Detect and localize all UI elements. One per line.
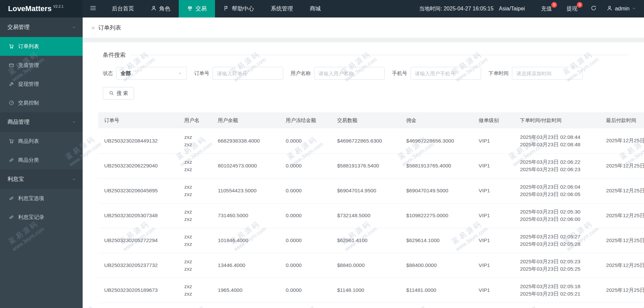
username-input[interactable] [314, 67, 385, 80]
cell-order-no: UB2503230208449132 [98, 128, 178, 153]
cell-commission: $11481.0000 [400, 278, 473, 303]
cell-frozen: 0.0000 [280, 128, 331, 153]
search-group-order-no: 订单号 [194, 67, 283, 80]
brand-version: V2.2.1 [53, 4, 63, 8]
refresh-icon [591, 5, 597, 12]
navbar-right: 当地时间: 2025-04-27 16:05:15 Asia/Taipei 充值… [419, 0, 644, 17]
cell-frozen: 0.0000 [280, 278, 331, 303]
sidebar-item-label: 订单列表 [18, 43, 39, 50]
cell-username: zxzzxz [178, 203, 212, 228]
nav-item-help-center[interactable]: 帮助中心 [215, 0, 262, 17]
sidebar-section-trade-management[interactable]: 交易管理 [0, 17, 83, 37]
order-no-input[interactable] [213, 67, 283, 80]
cell-amount: $4696722865.6300 [331, 128, 400, 153]
table-row: UB2503230208449132zxzzxz6682938338.40000… [98, 128, 644, 153]
sidebar-item-interest-options[interactable]: 利息宝选项 [0, 189, 83, 208]
cell-level: VIP1 [473, 178, 514, 203]
nav-item-home[interactable]: 后台首页 [103, 0, 142, 17]
link-icon [9, 196, 14, 201]
sidebar-item-product-list[interactable]: 商品列表 [0, 132, 83, 151]
user-menu[interactable]: admin [603, 5, 644, 12]
nav-item-system[interactable]: 系统管理 [262, 0, 301, 17]
cart-icon [9, 44, 14, 49]
nav-item-label: 交易 [196, 5, 207, 12]
sidebar-section-product-management[interactable]: 商品管理 [0, 112, 83, 132]
withdraw-badge: 0 [577, 2, 583, 8]
status-select[interactable]: 全部 [116, 67, 187, 80]
sidebar-toggle-button[interactable] [83, 0, 103, 17]
chevron-down-icon [72, 25, 76, 29]
sidebar-item-interest-records[interactable]: 利息宝记录 [0, 208, 83, 227]
cell-username: zxzzxz [178, 278, 212, 303]
gauge-icon [9, 100, 14, 106]
nav-item-label: 角色 [159, 5, 170, 12]
recharge-button[interactable]: 充值 0 [533, 5, 559, 12]
cell-amount: $1148.1000 [331, 278, 400, 303]
search-group-order-time: 下单时间 [488, 67, 583, 80]
cell-times: 2025年03月23日 02:05:302025年03月23日 02:06:00 [514, 203, 600, 228]
table-row: UB2503230206229040zxzzxz801024573.00000.… [98, 153, 644, 178]
cell-frozen: 0.0000 [280, 203, 331, 228]
cell-last-pay-time: 2025年12月25日 20:45:23 [600, 253, 644, 278]
cell-balance: 801024573.0000 [212, 153, 280, 178]
search-button[interactable]: 搜 索 [103, 87, 134, 100]
cell-level: VIP1 [473, 228, 514, 253]
cell-username: zxzzxz [178, 153, 212, 178]
sidebar: 交易管理订单列表充值管理提现管理交易控制商品管理商品列表商品分类利息宝利息宝选项… [0, 17, 83, 308]
cell-commission: $629614.1000 [400, 228, 473, 253]
navbar-menu: 后台首页角色交易帮助中心系统管理商城 [103, 0, 329, 17]
brand-name: LoveMatters [8, 4, 52, 13]
nav-item-roles[interactable]: 角色 [142, 0, 179, 17]
order-time-input[interactable] [512, 67, 583, 80]
orders-table-wrap: 订单号用户名用户余额用户冻结金额交易数额佣金做单级别下单时间/付款时间最后付款时… [98, 112, 644, 303]
sidebar-item-withdraw-management[interactable]: 提现管理 [0, 75, 83, 93]
sidebar-item-order-list[interactable]: 订单列表 [0, 37, 83, 56]
chevron-down-icon [72, 177, 76, 181]
sidebar-section-interest-treasure[interactable]: 利息宝 [0, 169, 83, 189]
breadcrumb-icon: » [91, 24, 95, 31]
sidebar-item-label: 交易控制 [18, 100, 39, 107]
chevron-down-icon [72, 120, 76, 124]
cart-icon [9, 139, 14, 144]
withdraw-button[interactable]: 提现 0 [559, 5, 585, 12]
cell-commission: $5881913765.4000 [400, 153, 473, 178]
cell-commission: $88400.0000 [400, 253, 473, 278]
cell-balance: 1965.4000 [212, 278, 280, 303]
column-header: 佣金 [400, 112, 473, 128]
cell-commission: $46967228656.3000 [400, 128, 473, 153]
column-header: 交易数额 [331, 112, 400, 128]
cell-last-pay-time: 2025年12月25日 20:46:22 [600, 153, 644, 178]
cell-balance: 110554423.5000 [212, 178, 280, 203]
cell-amount: $8840.0000 [331, 253, 400, 278]
refresh-button[interactable] [585, 5, 603, 12]
phone-input[interactable] [411, 67, 481, 80]
cell-times: 2025年03月23日 02:06:042025年03月23日 02:06:05 [514, 178, 600, 203]
column-header: 最后付款时间 [600, 112, 644, 128]
nav-item-trade[interactable]: 交易 [179, 0, 215, 17]
cell-frozen: 0.0000 [280, 178, 331, 203]
sidebar-item-trade-control[interactable]: 交易控制 [0, 93, 83, 112]
cell-level: VIP1 [473, 128, 514, 153]
cell-order-no: UB2503230205189673 [98, 278, 178, 303]
table-body: UB2503230208449132zxzzxz6682938338.40000… [98, 128, 644, 303]
cell-order-no: UB2503230205237732 [98, 253, 178, 278]
sidebar-item-product-category[interactable]: 商品分类 [0, 151, 83, 169]
sidebar-item-label: 商品分类 [18, 157, 39, 164]
cell-commission: $690470149.5000 [400, 178, 473, 203]
cell-times: 2025年03月23日 02:05:182025年03月23日 02:05:21 [514, 278, 600, 303]
cell-username: zxzzxz [178, 253, 212, 278]
search-button-label: 搜 索 [117, 90, 128, 97]
cell-balance: 731460.5000 [212, 203, 280, 228]
cell-username: zxzzxz [178, 228, 212, 253]
cell-times: 2025年03月23日 02:05:232025年03月23日 02:05:25 [514, 253, 600, 278]
status-field-label: 状态 [103, 70, 113, 77]
nav-item-mall[interactable]: 商城 [301, 0, 329, 17]
scale-icon [187, 5, 193, 12]
sidebar-section-label: 商品管理 [7, 118, 30, 126]
link-icon [9, 215, 14, 220]
caret-down-icon [178, 71, 182, 76]
cell-amount: $69047014.9500 [331, 178, 400, 203]
sidebar-item-recharge-management[interactable]: 充值管理 [0, 56, 83, 75]
sidebar-item-label: 充值管理 [18, 62, 39, 69]
column-header: 下单时间/付款时间 [514, 112, 600, 128]
